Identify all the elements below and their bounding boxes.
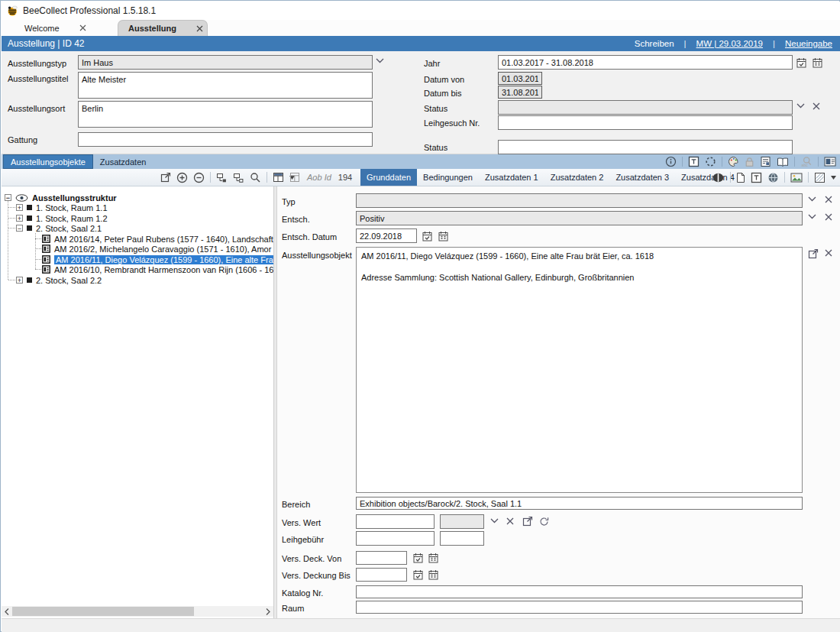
datum-von-field[interactable] [498,72,542,85]
raum-field[interactable] [356,601,803,614]
vers-wert-dropdown-icon[interactable] [490,518,499,523]
tab-ausstellung[interactable]: Ausstellung [118,20,208,36]
tab-welcome-close-icon[interactable] [79,24,86,31]
vers-wert-currency-field[interactable] [440,514,484,529]
collapse-expander-icon[interactable] [5,194,11,201]
search-icon[interactable] [250,172,261,183]
text-field-icon[interactable] [751,172,762,183]
status2-field[interactable] [498,140,793,154]
entsch-datum-calendar-check-icon[interactable] [422,231,432,241]
typ-clear-icon[interactable] [825,196,832,203]
spellcheck-icon[interactable]: abc [800,156,813,167]
tab-zusatzdaten-1[interactable]: Zusatzdaten 1 [479,169,544,186]
scrollbar-thumb[interactable] [12,607,194,616]
ausstellungsobjekt-clear-icon[interactable] [825,249,832,257]
entsch-clear-icon[interactable] [825,213,832,221]
filter-grid-icon[interactable] [814,172,825,183]
tree-item-saal-2-2[interactable]: 2. Stock, Saal 2.2 [2,275,274,285]
tree-item-raum-1-1[interactable]: 1. Stock, Raum 1.1 [2,203,274,212]
add-child-node-icon[interactable] [216,172,228,183]
ausstellungstyp-field[interactable] [78,55,373,70]
tree-horizontal-scrollbar[interactable] [2,606,273,617]
scroll-left-icon[interactable] [2,606,12,617]
tab-zusatzdaten[interactable]: Zusatzdaten [93,154,153,169]
collapse-all-icon[interactable] [193,172,205,183]
typ-dropdown-icon[interactable] [808,196,816,202]
entsch-dropdown-icon[interactable] [808,214,816,219]
book-icon[interactable] [777,157,789,167]
new-page-icon[interactable] [736,172,745,183]
tree-layout-icon[interactable] [273,172,284,183]
text-block-icon[interactable] [688,156,699,167]
tree-item-root[interactable]: Ausstellungsstruktur [2,193,274,203]
toggle-view-icon[interactable] [712,172,725,183]
status1-field[interactable] [498,100,793,115]
tab-zusatzdaten-2[interactable]: Zusatzdaten 2 [544,169,610,186]
tab-bedingungen[interactable]: Bedingungen [417,169,479,186]
vers-deckung-bis-calendar-check-icon[interactable] [413,569,423,580]
expand-expander-icon[interactable] [16,215,23,222]
add-sibling-node-icon[interactable] [233,172,244,183]
jahr-calendar-check-icon[interactable] [796,57,806,68]
globe-icon[interactable] [767,172,779,183]
lock-icon[interactable] [745,157,754,167]
scroll-right-icon[interactable] [263,606,273,617]
expand-expander-icon[interactable] [16,277,23,284]
card-view-icon[interactable] [824,157,836,167]
ausstellungsort-field[interactable]: Berlin [78,101,373,128]
leihgesuch-field[interactable] [498,115,793,130]
vers-deck-von-field[interactable] [356,551,407,565]
tree-item-am-2016-10[interactable]: AM 2016/10, Rembrandt Harmenszoon van Ri… [2,264,274,274]
ausstellungsobjekt-field[interactable]: AM 2016/11, Diego Velázquez (1599 - 1660… [356,247,803,493]
neueingabe-link[interactable]: Neueingabe [785,39,832,48]
leihgebuehr-currency-field[interactable] [440,531,484,546]
image-icon[interactable] [790,173,803,183]
tab-ausstellung-close-icon[interactable] [196,25,203,32]
entsch-field[interactable] [356,211,803,225]
tree-item-am-2016-11-selected[interactable]: AM 2016/11, Diego Velázquez (1599 - 1660… [2,254,274,264]
ausstellungstitel-field[interactable]: Alte Meister [78,72,373,99]
vers-wert-open-icon[interactable] [522,516,533,527]
bereich-field[interactable] [356,497,803,510]
typ-field[interactable] [356,193,803,208]
tab-grunddaten[interactable]: Grunddaten [360,169,417,186]
datum-bis-field[interactable] [498,86,542,99]
tree-item-raum-1-2[interactable]: 1. Stock, Raum 1.2 [2,213,274,223]
vers-deck-von-calendar-check-icon[interactable] [413,553,423,563]
vers-wert-field[interactable] [356,514,435,529]
palette-icon[interactable] [728,156,739,167]
gattung-field[interactable] [78,132,373,147]
entsch-datum-field[interactable] [356,228,417,243]
tree-item-am-2016-14[interactable]: AM 2016/14, Peter Paul Rubens (1577 - 16… [2,234,274,244]
info-icon[interactable] [665,156,677,167]
vers-deckung-bis-field[interactable] [356,568,407,582]
entsch-datum-calendar-grid-icon[interactable] [438,231,448,241]
jahr-calendar-grid-icon[interactable] [813,57,822,68]
user-date-link[interactable]: MW | 29.03.2019 [696,39,763,48]
tab-zusatzdaten-3[interactable]: Zusatzdaten 3 [609,169,675,186]
vers-deck-von-calendar-grid-icon[interactable] [428,553,438,563]
tab-ausstellungsobjekte[interactable]: Ausstellungsobjekte [3,154,93,169]
expand-all-icon[interactable] [176,172,188,183]
form-list-icon[interactable] [760,156,771,167]
ausstellungsobjekt-open-icon[interactable] [808,248,819,259]
status1-dropdown-icon[interactable] [796,103,805,109]
katalog-nr-field[interactable] [356,585,803,598]
jahr-field[interactable] [498,55,793,70]
filter-grid-caret-icon[interactable] [831,176,836,180]
open-external-icon[interactable] [160,172,171,183]
tree-item-am-2016-2[interactable]: AM 2016/2, Michelangelo Caravaggio (1571… [2,244,274,254]
collapse-expander-icon[interactable] [16,225,23,232]
vers-deckung-bis-calendar-grid-icon[interactable] [428,569,438,580]
schreiben-link[interactable]: Schreiben [635,39,674,48]
vers-wert-refresh-icon[interactable] [539,517,549,527]
status1-clear-icon[interactable] [813,102,820,110]
tab-welcome[interactable]: Welcome [8,20,116,36]
leihgebuehr-field[interactable] [356,531,435,546]
expand-expander-icon[interactable] [16,204,23,211]
selection-circle-icon[interactable] [705,156,716,167]
tree-item-saal-2-1[interactable]: 2. Stock, Saal 2.1 [2,223,274,233]
eye-icon [15,194,28,202]
ausstellungstyp-dropdown-icon[interactable] [376,58,384,63]
vers-wert-clear-icon[interactable] [506,517,514,525]
